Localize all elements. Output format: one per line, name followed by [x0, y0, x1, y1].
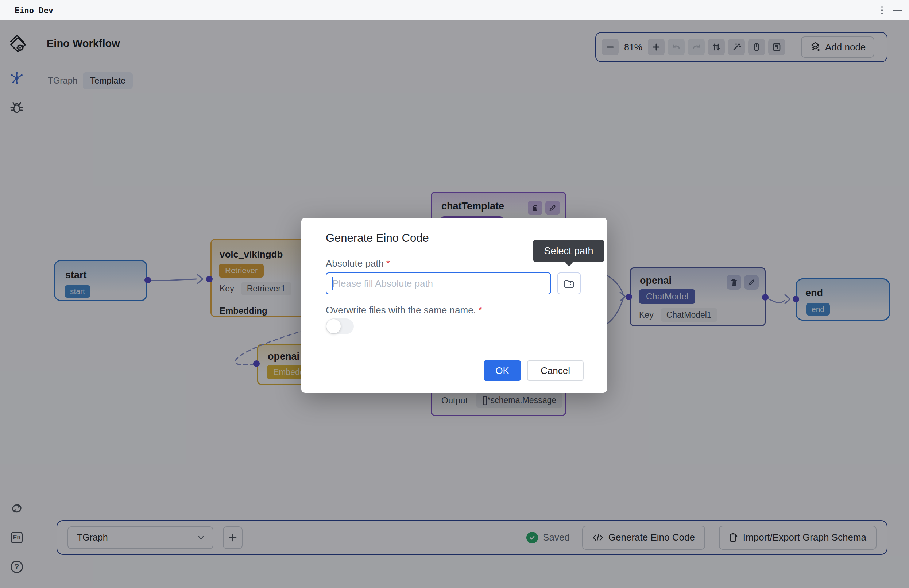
cancel-button[interactable]: Cancel	[527, 360, 584, 381]
select-path-button[interactable]	[557, 273, 581, 294]
text-caret	[332, 277, 333, 290]
dialog-title: Generate Eino Code	[326, 232, 429, 245]
window-menu-icon[interactable]	[879, 4, 885, 16]
overwrite-label: Overwrite files with the same name.*	[326, 305, 482, 316]
window-minimize-icon[interactable]	[893, 10, 903, 11]
absolute-path-label-text: Absolute path	[326, 258, 384, 269]
toggle-knob	[326, 319, 341, 333]
folder-icon	[563, 279, 575, 288]
ok-button[interactable]: OK	[484, 360, 521, 381]
overwrite-toggle[interactable]	[326, 318, 354, 334]
absolute-path-label: Absolute path*	[326, 258, 390, 269]
required-marker: *	[386, 258, 390, 269]
required-marker: *	[479, 305, 482, 315]
window-title: Eino Dev	[15, 6, 53, 15]
select-path-tooltip: Select path	[533, 240, 604, 262]
overwrite-label-text: Overwrite files with the same name.	[326, 305, 476, 315]
window-titlebar: Eino Dev	[0, 0, 909, 20]
generate-eino-code-dialog: Generate Eino Code Absolute path* Select…	[301, 218, 607, 393]
absolute-path-input[interactable]	[326, 273, 551, 294]
